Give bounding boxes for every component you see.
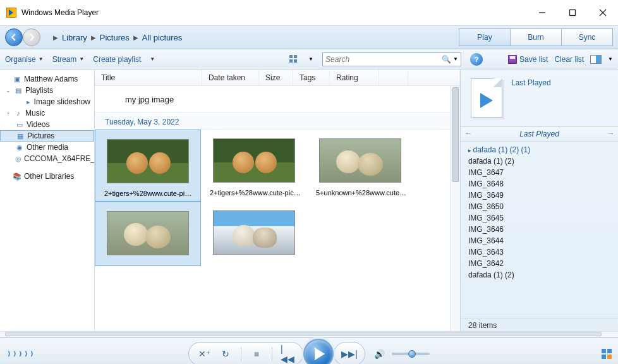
back-button[interactable] xyxy=(5,28,23,46)
sidebar-other-libraries[interactable]: 📚Other Libraries xyxy=(0,171,94,182)
playlist-item[interactable]: IMG_3643 xyxy=(461,246,618,258)
thumbnail-image xyxy=(107,211,189,255)
app-icon xyxy=(6,8,16,18)
prev-playlist-button[interactable]: ← xyxy=(464,129,472,138)
chevron-right-icon: ▶ xyxy=(133,34,138,41)
thumbnail-item[interactable]: 2+tigers+%28www.cute-pict… xyxy=(201,130,307,202)
sidebar-disc[interactable]: ◎CCCOMA_X64FRE_E xyxy=(0,153,94,164)
thumbnail-image xyxy=(319,138,401,183)
mute-button[interactable]: 🔊 xyxy=(373,349,385,359)
sidebar-playlists[interactable]: ⌄▤Playlists xyxy=(0,85,94,96)
view-options-button[interactable] xyxy=(288,54,300,65)
content-area: Title Date taken Size Tags Rating my jpg… xyxy=(95,70,460,331)
create-playlist-menu[interactable]: Create playlist▼ xyxy=(93,55,155,64)
playlist-item[interactable]: IMG_3647 xyxy=(461,167,618,178)
stop-button[interactable]: ■ xyxy=(250,349,263,359)
playlist-item[interactable]: IMG_3649 xyxy=(461,190,618,201)
other-media-icon: ◉ xyxy=(15,143,24,152)
play-button[interactable] xyxy=(303,339,334,365)
next-playlist-button[interactable]: → xyxy=(607,129,614,138)
svg-rect-7 xyxy=(294,59,297,63)
col-blank2[interactable] xyxy=(408,70,460,85)
libraries-icon: 📚 xyxy=(13,172,21,181)
playlist-item[interactable]: IMG_3644 xyxy=(461,235,618,246)
minimize-button[interactable] xyxy=(533,6,551,19)
breadcrumb-all-pictures[interactable]: All pictures xyxy=(142,33,183,42)
nav-back-forward xyxy=(5,28,40,46)
breadcrumb-library[interactable]: Library xyxy=(62,33,87,42)
playlist-item[interactable]: IMG_3646 xyxy=(461,224,618,235)
now-playing-panel: Last Played ← Last Played → dafada (1) (… xyxy=(460,70,618,331)
thumbnail-image xyxy=(213,138,295,183)
organise-menu[interactable]: Organise▼ xyxy=(5,55,44,64)
volume-slider[interactable] xyxy=(392,353,430,355)
thumbnail-item[interactable] xyxy=(201,202,307,266)
search-box[interactable]: 🔍 ▼ xyxy=(322,52,461,66)
sidebar-music[interactable]: ›♪Music xyxy=(0,107,94,119)
maximize-button[interactable] xyxy=(564,6,581,19)
breadcrumb-pictures[interactable]: Pictures xyxy=(100,33,130,42)
chevron-down-icon[interactable]: ▼ xyxy=(308,56,313,62)
search-icon[interactable]: 🔍 xyxy=(442,55,451,64)
breadcrumb[interactable]: ▶ Library ▶ Pictures ▶ All pictures xyxy=(53,33,182,42)
switch-view-button[interactable] xyxy=(602,349,612,359)
svg-rect-5 xyxy=(294,55,297,58)
thumbnail-item[interactable]: 2+tigers+%28www.cute-pict… xyxy=(95,130,201,202)
playlist-item[interactable]: dafada (1) (2) xyxy=(461,155,618,167)
playlist-item[interactable]: dafada (1) (2) xyxy=(461,269,618,281)
close-button[interactable] xyxy=(594,6,612,19)
panel-toggle-button[interactable] xyxy=(590,55,602,64)
sidebar-pictures[interactable]: ▦Pictures xyxy=(0,130,94,142)
sidebar-image-slideshow[interactable]: ▸Image slideshow xyxy=(0,96,94,107)
chevron-down-icon: ▼ xyxy=(150,56,155,62)
titlebar: Windows Media Player xyxy=(0,0,618,25)
search-input[interactable] xyxy=(325,55,442,64)
stream-menu[interactable]: Stream▼ xyxy=(52,55,85,64)
volume-thumb[interactable] xyxy=(408,350,416,358)
chevron-down-icon[interactable]: ▼ xyxy=(453,56,458,62)
column-headers[interactable]: Title Date taken Size Tags Rating xyxy=(95,70,460,86)
pictures-icon: ▦ xyxy=(16,131,25,140)
previous-button[interactable]: |◀◀ xyxy=(281,344,294,364)
svg-rect-4 xyxy=(289,55,293,58)
sidebar-other-media[interactable]: ◉Other media xyxy=(0,142,94,153)
thumbnail-caption: 2+tigers+%28www.cute-pict… xyxy=(102,190,194,197)
col-tags[interactable]: Tags xyxy=(293,70,330,85)
col-size[interactable]: Size xyxy=(259,70,293,85)
playlist-item[interactable]: IMG_3645 xyxy=(461,212,618,224)
app-title: Windows Media Player xyxy=(21,8,99,17)
playlist-item[interactable]: dafada (1) (2) (1) xyxy=(461,144,618,155)
vertical-scrollbar[interactable] xyxy=(450,86,460,331)
col-blank1[interactable] xyxy=(379,70,408,85)
thumbnail-item[interactable]: 5+unknown+%28www.cute-… xyxy=(307,130,413,202)
playlist-item[interactable]: IMG_3648 xyxy=(461,178,618,190)
svg-rect-6 xyxy=(289,59,293,63)
next-button[interactable]: ▶▶| xyxy=(343,349,356,359)
grid-icon xyxy=(602,349,612,359)
col-date-taken[interactable]: Date taken xyxy=(202,70,259,85)
player-bar: ❫❫❫❫❫ ✕⁺ ↻ ■ |◀◀ ▶▶| 🔊 xyxy=(0,337,618,364)
sidebar-user[interactable]: ▣Matthew Adams xyxy=(0,73,94,85)
sidebar-videos[interactable]: ▭Videos xyxy=(0,119,94,130)
thumbnail-image xyxy=(213,210,295,255)
clear-list-button[interactable]: Clear list xyxy=(554,55,584,64)
shuffle-button[interactable]: ✕⁺ xyxy=(198,349,210,359)
save-list-button[interactable]: Save list xyxy=(508,55,548,64)
caret-right-icon: › xyxy=(5,110,11,116)
tab-sync[interactable]: Sync xyxy=(561,28,613,46)
music-icon: ♪ xyxy=(14,109,23,118)
col-rating[interactable]: Rating xyxy=(330,70,379,85)
chevron-down-icon[interactable]: ▼ xyxy=(608,56,613,62)
playlist-item[interactable]: IMG_3650 xyxy=(461,201,618,212)
tab-burn[interactable]: Burn xyxy=(510,28,562,46)
help-button[interactable]: ? xyxy=(470,53,483,66)
tab-play[interactable]: Play xyxy=(459,28,511,46)
col-title[interactable]: Title xyxy=(95,70,202,85)
thumbnail-item[interactable] xyxy=(95,202,201,266)
playlist-item[interactable]: IMG_3642 xyxy=(461,258,618,269)
playlist-file-icon xyxy=(471,78,502,118)
forward-button[interactable] xyxy=(23,28,40,46)
repeat-button[interactable]: ↻ xyxy=(219,349,232,359)
horizontal-scrollbar[interactable] xyxy=(0,331,618,337)
thumbnail-image xyxy=(107,139,189,183)
